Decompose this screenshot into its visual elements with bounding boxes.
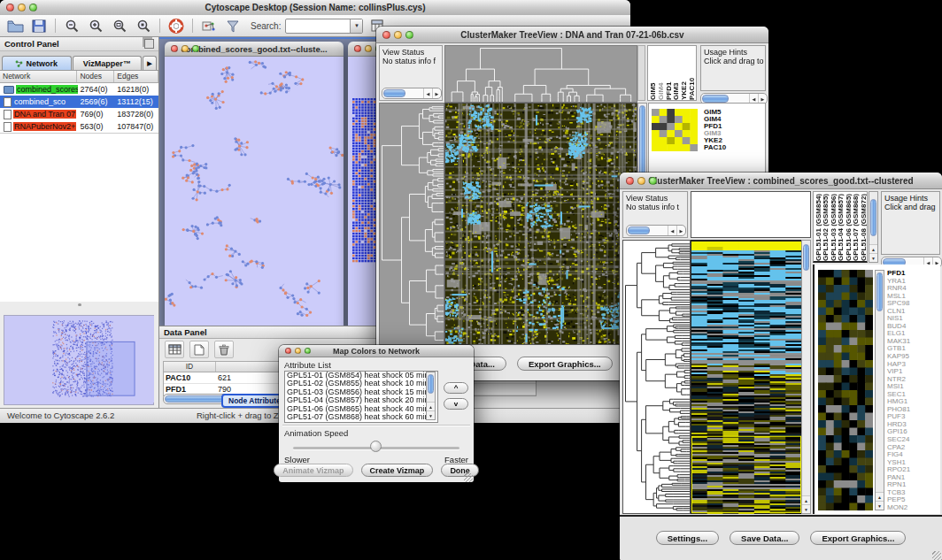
network-table-row[interactable]: combined_sco 2569(6) 13112(15): [0, 96, 158, 108]
network-table-row[interactable]: combined_scores 2764(0) 16218(0): [0, 83, 158, 96]
network-view-titlebar[interactable]: combined_scores_good.txt--cluste...: [165, 42, 344, 57]
matrix-row-label[interactable]: PAC10: [704, 144, 726, 151]
scroll-down-icon[interactable]: ▼: [427, 410, 435, 419]
zoom-selected-icon[interactable]: [134, 18, 153, 34]
treeview1-button[interactable]: Export Graphics...: [517, 357, 613, 371]
treeview2-titlebar[interactable]: ClusterMaker TreeView : combined_scores_…: [620, 173, 942, 189]
close-button[interactable]: [354, 45, 361, 52]
column-label[interactable]: GIM3: [673, 46, 680, 100]
network-view-canvas[interactable]: [165, 57, 344, 326]
heatmap-vscrollbar[interactable]: ▲▼: [801, 240, 811, 514]
minimize-button[interactable]: [181, 45, 189, 52]
scroll-down-icon[interactable]: ▼: [802, 504, 810, 513]
scroll-right-icon[interactable]: ▶: [432, 88, 441, 98]
minimize-button[interactable]: [295, 348, 301, 354]
scroll-up-icon[interactable]: ▲: [427, 402, 435, 410]
help-lifering-icon[interactable]: [166, 18, 186, 34]
cytoscape-titlebar[interactable]: Cytoscape Desktop (Session Name: collins…: [0, 0, 630, 16]
tab-vizmapper[interactable]: VizMapper™: [73, 56, 143, 70]
attribute-list-vscrollbar[interactable]: ▲▼: [426, 372, 436, 420]
view-status-hscrollbar[interactable]: ◀▶: [382, 88, 442, 99]
scroll-down-icon[interactable]: ▼: [869, 253, 877, 262]
done-button[interactable]: Done: [441, 464, 479, 477]
zoom-button[interactable]: [192, 45, 199, 52]
move-up-button[interactable]: ^: [444, 382, 468, 394]
close-button[interactable]: [171, 45, 178, 52]
create-vizmap-button[interactable]: Create Vizmap: [361, 464, 434, 477]
scroll-up-icon[interactable]: ▲: [876, 492, 884, 501]
scroll-down-icon[interactable]: ▼: [876, 501, 884, 510]
slider-thumb[interactable]: [370, 441, 382, 452]
gene-label[interactable]: MON2: [887, 504, 940, 512]
column-label[interactable]: PFD1: [666, 46, 673, 100]
column-label[interactable]: GPL51-03 (GSM856): [830, 192, 837, 261]
minimize-button[interactable]: [637, 177, 645, 185]
save-icon[interactable]: [29, 18, 49, 34]
scroll-up-icon[interactable]: ▲: [869, 244, 877, 253]
open-folder-icon[interactable]: [5, 18, 25, 34]
scroll-right-icon[interactable]: ▶: [676, 226, 685, 235]
network-table-row[interactable]: RNAPuberNov2+ 563(0) 107847(0): [0, 120, 158, 133]
scrollbar-thumb[interactable]: [803, 244, 809, 271]
close-button[interactable]: [6, 4, 14, 12]
treeview2-button[interactable]: Settings...: [656, 531, 719, 545]
column-label[interactable]: GPL51-02 (GSM855): [822, 192, 829, 261]
scrollbar-thumb[interactable]: [876, 272, 883, 311]
minimize-button[interactable]: [365, 45, 372, 52]
zoom-in-icon[interactable]: [86, 18, 105, 34]
animate-vizmap-button[interactable]: Animate Vizmap: [274, 464, 352, 477]
resize-grip[interactable]: [932, 551, 941, 560]
tab-overflow-arrow-icon[interactable]: ▶: [143, 56, 157, 70]
column-label[interactable]: GIM5: [650, 46, 657, 100]
scroll-up-icon[interactable]: ▲: [802, 495, 810, 504]
column-label[interactable]: YKE2: [681, 46, 688, 100]
heatmap-strip-canvas[interactable]: [691, 240, 801, 514]
filter-funnel-icon[interactable]: [223, 18, 243, 34]
float-panel-icon[interactable]: [144, 39, 154, 49]
column-dendrogram-canvas[interactable]: [444, 45, 637, 103]
search-input[interactable]: [286, 19, 350, 33]
correlation-matrix-canvas[interactable]: [652, 109, 698, 151]
scrollbar-thumb[interactable]: [628, 226, 650, 234]
panel-splitter[interactable]: [0, 302, 158, 308]
column-label[interactable]: GPL51-01 (GSM854): [815, 192, 822, 261]
zoom-out-icon[interactable]: [62, 18, 81, 34]
scrollbar-thumb[interactable]: [702, 95, 729, 103]
close-button[interactable]: [626, 177, 634, 185]
tab-network[interactable]: Network: [2, 56, 72, 70]
column-label[interactable]: GPL51-06 (GSM865): [845, 192, 852, 261]
column-label[interactable]: GPL51-07 (GSM868): [853, 192, 859, 261]
global-dendrogram-pane[interactable]: [691, 191, 811, 238]
column-label[interactable]: GPL51-08 (GSM872): [861, 192, 867, 261]
scrollbar-thumb[interactable]: [383, 89, 405, 97]
gene-list-vscrollbar[interactable]: ▲▼: [875, 270, 884, 510]
new-attribute-icon[interactable]: [189, 341, 209, 358]
row-dendrogram-canvas[interactable]: [379, 103, 444, 345]
scroll-left-icon[interactable]: ◀: [668, 226, 676, 235]
treeview2-button[interactable]: Export Graphics...: [810, 531, 906, 545]
zoom-button[interactable]: [649, 177, 657, 185]
dialog-titlebar[interactable]: Map Colors to Network: [279, 345, 474, 357]
minimize-button[interactable]: [18, 4, 26, 12]
resize-grip[interactable]: [464, 473, 473, 482]
zoom-fit-icon[interactable]: [110, 18, 129, 34]
column-label[interactable]: GPL51-04 (GSM857): [838, 192, 844, 261]
scrollbar-thumb[interactable]: [428, 374, 434, 394]
zoom-button[interactable]: [29, 4, 37, 12]
close-button[interactable]: [382, 31, 390, 39]
network-overview-canvas[interactable]: [4, 316, 154, 403]
zoom-button[interactable]: [405, 31, 413, 39]
scrollbar-thumb[interactable]: [870, 199, 876, 236]
attribute-table-icon[interactable]: [165, 341, 184, 358]
zoom-heatmap-canvas[interactable]: [818, 270, 873, 510]
view-status-hscrollbar[interactable]: ◀▶: [626, 225, 686, 236]
treeview2-button[interactable]: Save Data...: [730, 531, 799, 545]
column-label[interactable]: PAC10: [689, 46, 696, 100]
dendrogram-scroll-strip[interactable]: [637, 45, 645, 101]
column-label[interactable]: GIM4: [658, 46, 665, 100]
delete-trash-icon[interactable]: [214, 341, 234, 358]
row-dendrogram-canvas[interactable]: [622, 240, 691, 514]
chevron-down-icon[interactable]: ▼: [350, 19, 362, 33]
zoom-button[interactable]: [305, 348, 311, 354]
move-down-button[interactable]: v: [444, 398, 468, 410]
